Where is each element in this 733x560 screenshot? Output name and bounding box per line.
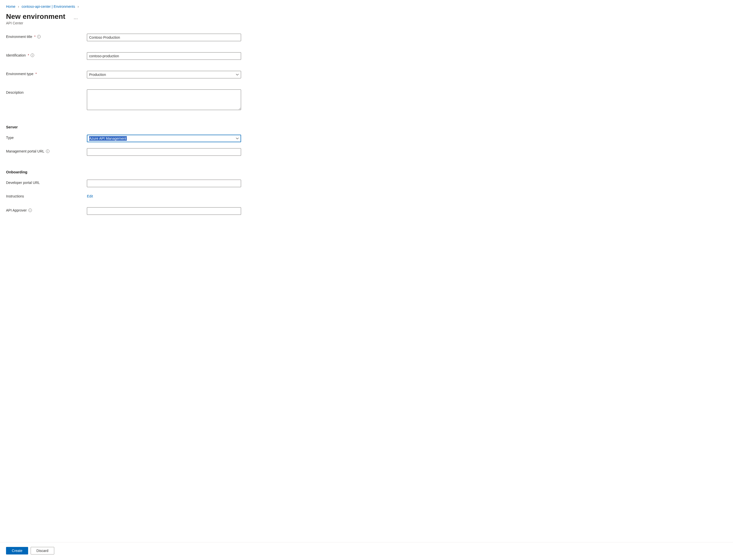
footer-bar: Create Discard bbox=[0, 542, 733, 560]
environment-type-select[interactable]: Production bbox=[87, 71, 241, 78]
info-icon[interactable]: i bbox=[31, 54, 34, 57]
required-indicator: * bbox=[28, 53, 29, 57]
breadcrumb-home[interactable]: Home bbox=[6, 5, 15, 9]
description-textarea[interactable] bbox=[87, 89, 241, 110]
api-approver-label: API Approver bbox=[6, 208, 27, 212]
server-section-heading: Server bbox=[6, 125, 727, 129]
info-icon[interactable]: i bbox=[28, 209, 32, 212]
api-approver-input[interactable] bbox=[87, 207, 241, 215]
chevron-right-icon: › bbox=[18, 5, 19, 9]
info-icon[interactable]: i bbox=[37, 35, 41, 38]
identification-label: Identification bbox=[6, 53, 26, 57]
more-actions-icon[interactable]: … bbox=[72, 14, 79, 21]
chevron-right-icon: › bbox=[78, 5, 79, 9]
environment-title-label: Environment title bbox=[6, 35, 32, 39]
info-icon[interactable]: i bbox=[46, 149, 49, 153]
server-type-label: Type bbox=[6, 136, 14, 140]
instructions-label: Instructions bbox=[6, 194, 24, 198]
create-button[interactable]: Create bbox=[6, 547, 28, 554]
chevron-down-icon bbox=[236, 73, 239, 76]
required-indicator: * bbox=[34, 35, 35, 39]
onboarding-section-heading: Onboarding bbox=[6, 170, 727, 174]
environment-title-input[interactable] bbox=[87, 34, 241, 41]
page-title: New environment bbox=[6, 13, 65, 21]
discard-button[interactable]: Discard bbox=[31, 547, 54, 554]
description-label: Description bbox=[6, 90, 24, 94]
server-type-value: Azure API Management bbox=[89, 136, 127, 141]
breadcrumb: Home › contoso-api-center | Environments… bbox=[6, 5, 727, 9]
management-portal-url-input[interactable] bbox=[87, 148, 241, 156]
instructions-edit-link[interactable]: Edit bbox=[87, 193, 93, 198]
required-indicator: * bbox=[35, 72, 37, 76]
server-type-select[interactable]: Azure API Management bbox=[87, 135, 241, 142]
page-subtitle: API Center bbox=[6, 21, 727, 25]
developer-portal-url-label: Developer portal URL bbox=[6, 181, 40, 185]
breadcrumb-center-environments[interactable]: contoso-api-center | Environments bbox=[22, 5, 75, 9]
environment-type-value: Production bbox=[89, 73, 106, 77]
developer-portal-url-input[interactable] bbox=[87, 180, 241, 187]
management-portal-url-label: Management portal URL bbox=[6, 149, 44, 153]
identification-input[interactable] bbox=[87, 52, 241, 60]
environment-type-label: Environment type bbox=[6, 72, 33, 76]
chevron-down-icon bbox=[236, 137, 239, 140]
